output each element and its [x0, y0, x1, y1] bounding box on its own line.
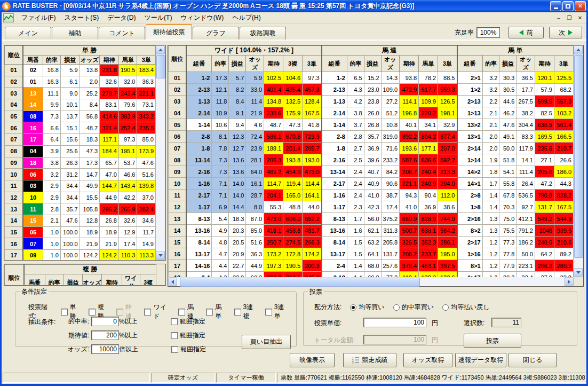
- win-odds-row[interactable]: 05087.313.756.8414.6383.9343.2: [5, 111, 156, 122]
- win-odds-row[interactable]: 07176.415.618.3117.197.385.0: [5, 134, 156, 146]
- win-odds-row[interactable]: 09183.826.317.365.753.747.6: [5, 157, 156, 169]
- combo-odds-row[interactable]: 112-177.114.028.7204.1165.0164.11-162.44…: [169, 190, 574, 201]
- win-odds-row[interactable]: 12102.934.415.544.942.237.0: [5, 192, 156, 203]
- scrollbar-thumb[interactable]: [156, 55, 165, 78]
- scrollbar-thumb[interactable]: [574, 55, 583, 258]
- tab-expected-value-vote[interactable]: 期待値投票: [146, 24, 192, 40]
- scroll-up-icon[interactable]: [574, 45, 583, 54]
- column-header: 馬番: [24, 274, 45, 286]
- bet-type-checkbox-umaren[interactable]: [178, 309, 185, 316]
- scroll-down-icon[interactable]: [156, 251, 165, 260]
- win-odds-row[interactable]: 15051.0100.018.918.912.911.7: [5, 226, 156, 238]
- mdi-close-icon[interactable]: ✕: [575, 14, 585, 22]
- menu-item-start[interactable]: スタート(S): [60, 12, 103, 23]
- maximize-button[interactable]: [562, 1, 574, 11]
- combo-number-cell: 2-13: [322, 84, 347, 96]
- allocation-radio-equal-payout[interactable]: [442, 304, 449, 311]
- expected-value-input[interactable]: 200: [91, 330, 119, 340]
- combo-odds-row[interactable]: 1413-164.920.385.0418.1458.8481.713-161.…: [169, 225, 574, 237]
- close-button[interactable]: ✕: [575, 1, 586, 11]
- flash-data-fetch-button[interactable]: 速報データ取得: [455, 353, 506, 367]
- menu-item-window[interactable]: ウィンドウ(W): [176, 12, 228, 23]
- value-cell: 378.4: [400, 260, 419, 272]
- bet-type-checkbox-tansho[interactable]: [61, 309, 68, 316]
- unit-price-input[interactable]: 100: [363, 318, 426, 327]
- mdi-restore-icon[interactable]: ❐: [565, 14, 574, 22]
- hit-rate-input[interactable]: 0: [91, 317, 119, 326]
- range-checkbox-expected-value[interactable]: [171, 332, 178, 339]
- combo-odds-row[interactable]: 1714-164.422.744.9197.3190.5200.32-41.46…: [169, 260, 574, 272]
- combo-odds-row[interactable]: 0813-147.313.628.1206.3193.8193.02-162.5…: [169, 154, 574, 166]
- allocation-radio-hit-rate-buy[interactable]: [393, 304, 400, 311]
- combo-grid-hscrollbar[interactable]: [168, 277, 574, 286]
- value-cell: 2.9: [43, 180, 60, 192]
- win-odds-row[interactable]: 08043.925.647.3184.4195.1173.9: [5, 145, 156, 157]
- scroll-down-icon[interactable]: [574, 268, 583, 277]
- value-cell: 82.5: [535, 107, 554, 119]
- win-odds-row[interactable]: 04149.910.18.483.179.673.1: [5, 99, 156, 111]
- menu-item-tool[interactable]: ツール(T): [140, 12, 177, 23]
- video-display-button[interactable]: 映像表示: [290, 353, 335, 367]
- tab-main[interactable]: メイン: [5, 27, 51, 40]
- win-table-scrollbar[interactable]: [156, 45, 165, 260]
- combo-grid-vscrollbar[interactable]: [574, 45, 583, 277]
- combo-odds-row[interactable]: 092-167.313.664.0469.2454.0473.013-142.4…: [169, 166, 574, 178]
- menu-item-data[interactable]: データ(D): [103, 12, 140, 23]
- combo-odds-row[interactable]: 011-217.35.75.9102.5104.697.31-26.515.21…: [169, 72, 574, 84]
- tab-hojo[interactable]: 補助: [52, 27, 98, 40]
- combo-odds-row[interactable]: 031-1311.88.411.4134.8132.5128.41-134.22…: [169, 96, 574, 107]
- win-odds-row[interactable]: 10063.231.214.747.046.651.6: [5, 169, 156, 180]
- scroll-right-icon[interactable]: [565, 277, 574, 286]
- combo-odds-row[interactable]: 022-1312.18.233.0401.4435.4457.32-134.32…: [169, 84, 574, 96]
- range-label-expected-value: 範囲指定: [180, 331, 205, 340]
- value-cell: 110.3: [118, 250, 137, 261]
- mdi-minimize-icon[interactable]: –: [554, 14, 563, 22]
- combo-odds-row[interactable]: 158-144.820.551.6250.7274.5266.38-141.56…: [169, 237, 574, 248]
- tab-comment[interactable]: コメント: [99, 27, 145, 40]
- combo-odds-row[interactable]: 071-87.812.723.9188.1201.4205.71-82.736.…: [169, 143, 574, 154]
- prev-race-button[interactable]: 前: [508, 27, 544, 38]
- bet-type-checkbox-sanrenpuku[interactable]: [234, 309, 241, 316]
- odds-fetch-button[interactable]: オッズ取得: [403, 353, 452, 367]
- minimize-button[interactable]: [550, 1, 561, 11]
- race-result-button[interactable]: 123競走成績: [343, 353, 396, 367]
- combo-odds-row[interactable]: 121-176.914.48.055.348.844.01-172.342.31…: [169, 201, 574, 213]
- combo-odds-row[interactable]: 1613-174.720.936.3173.2172.8174.213-171.…: [169, 248, 574, 260]
- win-odds-row[interactable]: 031311.19.025.2279.7243.4221.1: [5, 88, 156, 99]
- combo-odds-row[interactable]: 051-1410.69.44.648.747.341.81-143.726.81…: [169, 119, 574, 131]
- scrollbar-thumb[interactable]: [180, 278, 420, 287]
- win-odds-row[interactable]: 14152.147.612.826.832.634.6: [5, 215, 156, 226]
- bet-type-checkbox-umatan[interactable]: [206, 309, 213, 316]
- close-button[interactable]: 閉じる: [508, 353, 557, 367]
- tab-graph[interactable]: グラフ: [193, 27, 239, 40]
- scroll-left-icon[interactable]: [168, 277, 177, 286]
- win-odds-row[interactable]: 020116.36.12.032.632.036.3: [5, 76, 156, 88]
- value-cell: 41.8: [303, 119, 322, 131]
- combo-odds-row[interactable]: 101-167.114.016.1114.7119.4114.42-172.44…: [169, 178, 574, 190]
- menu-item-help[interactable]: ヘルプ(H): [228, 12, 265, 23]
- next-race-button[interactable]: 次: [549, 27, 582, 38]
- tab-hanro-chokyo[interactable]: 坂路調教: [240, 27, 286, 40]
- bet-type-checkbox-sanrentan[interactable]: [265, 309, 272, 316]
- win-odds-row[interactable]: 010216.85.913.8231.8190.5183.4: [5, 65, 156, 76]
- scroll-up-icon[interactable]: [156, 45, 165, 54]
- menu-item-file[interactable]: ファイル(F): [17, 12, 60, 23]
- combo-odds-row[interactable]: 182-44.322.960.2262.2313.5345.32-181.469…: [169, 272, 574, 278]
- bet-type-checkbox-wide[interactable]: [144, 309, 151, 316]
- win-odds-row[interactable]: 17091.0100.0124.2124.2110.3113.3: [5, 250, 156, 261]
- odds-input[interactable]: 10000: [91, 344, 119, 354]
- combo-number-cell: 1>8: [457, 201, 483, 213]
- win-odds-row[interactable]: 06166.615.148.7321.4252.4235.5: [5, 122, 156, 134]
- combo-odds-row[interactable]: 138-135.418.387.0473.0606.0652.28-131.75…: [169, 213, 574, 225]
- range-checkbox-hit-rate[interactable]: [171, 318, 178, 325]
- win-odds-row[interactable]: 16071.0100.021.921.917.414.9: [5, 238, 156, 250]
- range-checkbox-odds[interactable]: [171, 346, 178, 353]
- combo-odds-row[interactable]: 062-88.112.372.4586.1670.8723.92-82.835.…: [169, 131, 574, 143]
- extract-bets-button[interactable]: 買い目抽出: [242, 335, 291, 349]
- vote-button[interactable]: 投票: [464, 334, 521, 348]
- bet-type-checkbox-fukusho[interactable]: [89, 309, 96, 316]
- win-odds-row[interactable]: 11032.934.449.9144.7143.4139.8: [5, 180, 156, 192]
- combo-odds-row[interactable]: 042-1410.99.121.9238.6175.9167.52-143.82…: [169, 107, 574, 119]
- allocation-radio-equal-buy[interactable]: [350, 304, 356, 311]
- win-odds-row[interactable]: 13112.835.7105.8296.2265.9282.4: [5, 203, 156, 215]
